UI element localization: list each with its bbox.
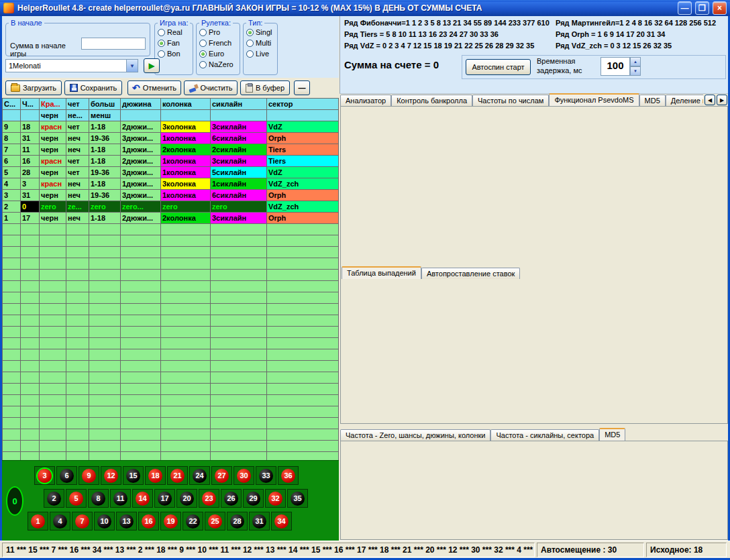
load-button[interactable]: Загрузить <box>5 80 62 95</box>
autospin-button[interactable]: Автоспин старт <box>466 59 531 75</box>
radio-option-Euro[interactable]: Euro <box>197 48 240 59</box>
board-cell-9[interactable]: 9 <box>79 466 99 485</box>
radio-option-Bon[interactable]: Bon <box>155 48 193 59</box>
board-cell-23[interactable]: 23 <box>199 489 219 508</box>
history-cell <box>40 361 66 372</box>
board-cell-10[interactable]: 10 <box>94 512 115 530</box>
history-cell <box>161 224 211 235</box>
board-cell-36[interactable]: 36 <box>278 466 299 485</box>
history-cell <box>267 315 339 327</box>
history-cell: 1колонка <box>161 190 211 201</box>
board-cell-29[interactable]: 29 <box>243 489 264 508</box>
board-cell-30[interactable]: 30 <box>233 466 254 485</box>
history-cell: 19-36 <box>89 167 121 178</box>
board-cell-20[interactable]: 20 <box>176 489 197 508</box>
radio-option-Fan[interactable]: Fan <box>155 38 193 48</box>
history-row[interactable]: 117черннеч1-182дюжи...2колонка3сиклайнOr… <box>3 213 339 224</box>
tab-автопроставление-ставок[interactable]: Автопроставление ставок <box>421 268 520 279</box>
board-cell-28[interactable]: 28 <box>227 512 248 530</box>
board-cell-13[interactable]: 13 <box>116 512 137 530</box>
history-cell <box>40 429 66 441</box>
play-button[interactable]: ▶ <box>144 58 160 73</box>
collapse-button[interactable]: — <box>294 80 310 95</box>
board-cell-4[interactable]: 4 <box>50 512 70 530</box>
board-cell-33[interactable]: 33 <box>256 466 276 485</box>
history-row[interactable]: 711черннеч1-181дюжи...2колонка2сиклайнTi… <box>3 144 339 156</box>
history-row[interactable]: 831черннеч19-363дюжи...1колонка6сиклайнO… <box>3 133 339 144</box>
preset-select[interactable]: 1Melonati ▼ <box>5 59 138 72</box>
history-row[interactable]: 918краснчет1-182дюжи...3колонка3сиклайнV… <box>3 121 339 133</box>
stepper-up-icon[interactable]: ▲ <box>630 57 641 66</box>
history-row[interactable]: 20zeroze...zerozero...zerozeroVdZ_zch <box>3 201 339 213</box>
tab-частоты-по-числам[interactable]: Частоты по числам <box>472 95 549 106</box>
history-row[interactable]: 43красннеч1-181дюжи...3колонка1сиклайнVd… <box>3 178 339 190</box>
board-cell-12[interactable]: 12 <box>101 466 121 485</box>
tab-scroll-left-icon[interactable]: ◀ <box>705 95 715 105</box>
close-button[interactable]: × <box>713 1 727 15</box>
board-cell-11[interactable]: 11 <box>110 489 131 508</box>
chevron-down-icon[interactable]: ▼ <box>126 60 138 72</box>
radio-option-Live[interactable]: Live <box>244 48 277 59</box>
board-cell-19[interactable]: 19 <box>160 512 181 530</box>
history-table: С...Ч...Кра...четбольшдюжинаколонкасикла… <box>2 98 339 460</box>
board-cell-5[interactable]: 5 <box>66 489 87 508</box>
clear-button[interactable]: Очистить <box>184 80 238 95</box>
tab-md5[interactable]: MD5 <box>599 428 625 441</box>
history-row[interactable]: 528чернчет19-363дюжи...1колонка5сиклайнV… <box>3 167 339 178</box>
board-cell-3[interactable]: 3 <box>34 466 55 485</box>
board-cell-8[interactable]: 8 <box>88 489 109 508</box>
board-cell-18[interactable]: 18 <box>145 466 166 485</box>
board-cell-24[interactable]: 24 <box>189 466 210 485</box>
radio-option-Pro[interactable]: Pro <box>197 27 240 38</box>
roulette-number: 21 <box>170 469 185 483</box>
radio-option-French[interactable]: French <box>197 38 240 48</box>
radio-option-Multi[interactable]: Multi <box>244 38 277 48</box>
history-cell <box>40 270 66 281</box>
start-sum-input[interactable] <box>81 38 146 50</box>
board-cell-27[interactable]: 27 <box>211 466 232 485</box>
board-cell-25[interactable]: 25 <box>205 512 225 530</box>
tab-частота-сиклайны-сектора[interactable]: Частота - сиклайны, сектора <box>490 429 599 441</box>
board-cell-17[interactable]: 17 <box>154 489 175 508</box>
board-cell-22[interactable]: 22 <box>182 512 203 530</box>
maximize-button[interactable]: ❐ <box>695 1 709 15</box>
board-cell-31[interactable]: 31 <box>249 512 270 530</box>
tab-анализатор[interactable]: Анализатор <box>340 95 391 106</box>
board-cell-15[interactable]: 15 <box>123 466 144 485</box>
history-row[interactable]: 616краснчет1-182дюжи...1колонка3сиклайнT… <box>3 156 339 167</box>
tab-md5[interactable]: MD5 <box>639 95 666 106</box>
buffer-button[interactable]: В буфер <box>240 80 290 95</box>
tab-scroll-right-icon[interactable]: ▶ <box>717 95 727 105</box>
undo-button[interactable]: ↶ Отменить <box>127 80 181 95</box>
tab-деление-ко[interactable]: Деление ко <box>666 95 703 106</box>
tab-функционал-psevdoms[interactable]: Функционал PsevdoMS <box>549 93 639 106</box>
history-cell <box>121 281 161 292</box>
board-cell-6[interactable]: 6 <box>56 466 77 485</box>
board-cell-2[interactable]: 2 <box>44 489 64 508</box>
board-cell-32[interactable]: 32 <box>265 489 286 508</box>
stepper-down-icon[interactable]: ▼ <box>630 66 641 76</box>
tab-контроль-банкролла[interactable]: Контроль банкролла <box>391 95 472 106</box>
radio-option-NaZero[interactable]: NaZero <box>197 59 240 70</box>
radio-option-Real[interactable]: Real <box>155 27 193 38</box>
history-cell <box>267 110 339 121</box>
board-cell-0[interactable]: 0 <box>6 486 23 516</box>
history-cell: красн <box>40 121 66 133</box>
board-cell-21[interactable]: 21 <box>167 466 188 485</box>
board-cell-1[interactable]: 1 <box>28 512 48 530</box>
tab-частота-zero-шансы-дюжины-колонки[interactable]: Частота - Zero, шансы, дюжины, колонки <box>340 429 490 441</box>
delay-value[interactable]: 100 <box>601 57 630 76</box>
board-cell-26[interactable]: 26 <box>221 489 242 508</box>
board-cell-35[interactable]: 35 <box>287 489 308 508</box>
history-row[interactable]: 331черннеч19-363дюжи...1колонка6сиклайнO… <box>3 190 339 201</box>
board-cell-16[interactable]: 16 <box>138 512 159 530</box>
board-cell-34[interactable]: 34 <box>271 512 292 530</box>
radio-option-Singl[interactable]: Singl <box>244 27 277 38</box>
history-header-row: чернне...менш <box>3 110 339 121</box>
tab-таблица-выпадений[interactable]: Таблица выпадений <box>342 266 421 279</box>
history-cell <box>121 224 161 235</box>
board-cell-14[interactable]: 14 <box>132 489 153 508</box>
board-cell-7[interactable]: 7 <box>72 512 93 530</box>
save-button[interactable]: Сохранить <box>64 80 122 95</box>
minimize-button[interactable]: — <box>678 1 692 15</box>
